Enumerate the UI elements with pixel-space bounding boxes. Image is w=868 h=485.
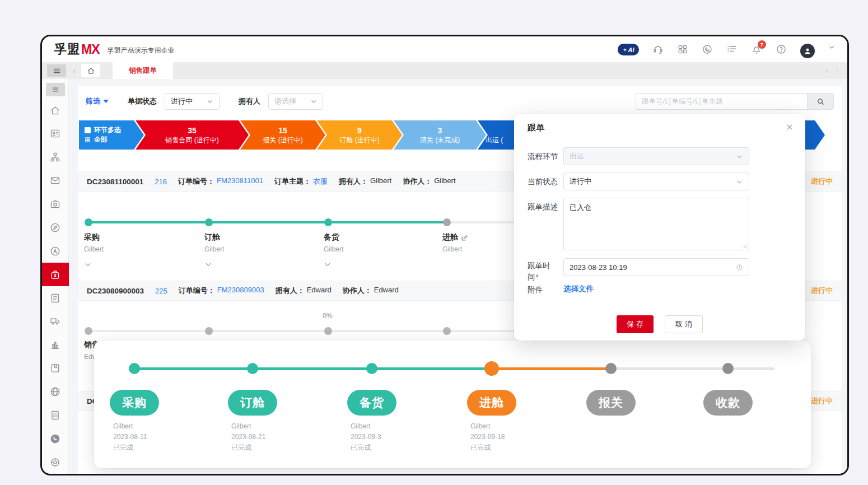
order-no-link[interactable]: FM230811001 xyxy=(217,176,263,186)
popup-step-meta: Gilbert 2023-08-21 已完成 xyxy=(231,421,265,453)
back-chevron-icon[interactable]: ‹ xyxy=(73,66,76,76)
popup-step-meta: Gilbert 2023-09-18 已完成 xyxy=(470,421,505,453)
timeline-dot-done[interactable] xyxy=(205,218,213,226)
order-no-label: 订单编号： xyxy=(179,286,215,296)
process-step-select[interactable]: 出运 xyxy=(563,147,749,165)
menu-toggle-button[interactable] xyxy=(47,64,66,77)
tab-sales-tracking[interactable]: 销售跟单 xyxy=(113,62,173,79)
sidebar-item-invoice[interactable] xyxy=(42,286,69,310)
notification-bell-icon[interactable]: 7 xyxy=(751,44,762,55)
popup-step-pill[interactable]: 采购 xyxy=(110,390,159,416)
order-collab-label: 协作人： xyxy=(403,176,432,186)
filter-caret-icon xyxy=(103,100,109,103)
order-subject-label: 订单主题： xyxy=(274,176,311,186)
tracking-time-input[interactable]: 2023-08-23 10:19 xyxy=(563,258,749,276)
order-badge[interactable]: 216 xyxy=(155,178,167,186)
search-input[interactable] xyxy=(636,93,807,110)
order-collab: Edward xyxy=(374,286,399,296)
choose-file-link[interactable]: 选择文件 xyxy=(563,284,594,294)
sidebar-item-logistics[interactable] xyxy=(42,310,69,333)
sidebar-item-global-trade[interactable] xyxy=(42,380,69,404)
pipeline-stage-contract[interactable]: 35 销售合同 (进行中) xyxy=(136,120,249,150)
order-subject-link[interactable]: 衣服 xyxy=(313,176,328,186)
pipeline-stage-clearance[interactable]: 3 清关 (未完成) xyxy=(394,120,486,150)
tabs-more-icon[interactable]: ⋮ xyxy=(833,67,841,75)
status-filter-label: 单据状态 xyxy=(128,96,157,106)
step-person: Gilbert xyxy=(84,245,168,253)
status-filter-select[interactable]: 进行中 xyxy=(165,93,220,110)
sidebar-item-org-tree[interactable] xyxy=(42,146,69,169)
wechat-icon[interactable] xyxy=(702,44,713,55)
popup-dot-done xyxy=(129,363,140,374)
stage-count: 9 xyxy=(357,126,362,136)
sidebar-menu-icon[interactable] xyxy=(42,80,69,99)
help-icon[interactable] xyxy=(776,44,787,55)
sidebar-item-settings[interactable] xyxy=(42,450,69,474)
sidebar-item-sales-active[interactable] xyxy=(42,263,69,286)
sidebar-item-home[interactable] xyxy=(42,99,69,122)
sidebar-item-marketing[interactable] xyxy=(42,239,69,263)
current-status-value: 进行中 xyxy=(570,176,591,186)
step-expand-chevron-icon[interactable] xyxy=(84,260,168,271)
timeline-dot-pending[interactable] xyxy=(205,327,213,335)
timeline-dot-pending[interactable] xyxy=(85,327,92,335)
order-no-link[interactable]: FM230809003 xyxy=(217,286,264,296)
user-menu-chevron-icon[interactable] xyxy=(828,44,835,55)
tabs-scroll-right-icon[interactable]: › xyxy=(825,67,828,75)
ai-assistant-button[interactable]: AI xyxy=(618,44,639,55)
sidebar-item-ledger[interactable] xyxy=(42,357,69,380)
owner-filter-select[interactable]: 请选择 xyxy=(268,93,323,110)
edit-icon[interactable] xyxy=(461,234,468,241)
cancel-button[interactable]: 取消 xyxy=(665,315,703,333)
sidebar-item-mail[interactable] xyxy=(42,169,69,193)
save-button[interactable]: 保存 xyxy=(617,315,654,333)
pipeline-stage-customs[interactable]: 15 报关 (进行中) xyxy=(240,120,325,150)
timeline-dot-pending[interactable] xyxy=(443,327,451,335)
sidebar-item-contacts[interactable] xyxy=(42,122,69,146)
step-person: Gilbert xyxy=(324,245,408,253)
filter-trigger[interactable]: 筛选 xyxy=(86,96,109,106)
notification-badge: 7 xyxy=(758,40,766,49)
step-name: 备货 xyxy=(324,232,408,243)
popup-step-person: Gilbert xyxy=(351,421,381,432)
step-expand-chevron-icon[interactable] xyxy=(204,260,288,271)
modal-close-icon[interactable] xyxy=(785,123,794,132)
popup-step-pill[interactable]: 订舱 xyxy=(228,390,277,416)
order-owner-label: 拥有人： xyxy=(339,176,368,186)
home-tab-button[interactable] xyxy=(81,64,100,77)
order-badge[interactable]: 225 xyxy=(155,287,167,295)
avatar[interactable] xyxy=(800,44,815,55)
sidebar-item-calculator[interactable] xyxy=(42,403,69,427)
sidebar-item-compass[interactable] xyxy=(42,216,69,239)
report-list-icon[interactable] xyxy=(726,44,738,55)
popup-step-pill[interactable]: 收款 xyxy=(703,390,753,416)
timeline-dot-done[interactable] xyxy=(85,218,92,226)
popup-step-state: 已完成 xyxy=(113,442,147,453)
popup-dot-pending xyxy=(722,363,734,374)
resize-handle-icon[interactable] xyxy=(742,243,748,249)
popup-step-pill[interactable]: 进舱 xyxy=(467,390,516,416)
apps-grid-icon[interactable] xyxy=(677,44,688,55)
timeline-dot-pending[interactable] xyxy=(324,327,332,335)
pipeline-all-stages[interactable]: 环节多选 全部 xyxy=(79,120,144,150)
multi-select-checkbox[interactable] xyxy=(85,127,91,133)
search-icon xyxy=(816,97,825,106)
step-person: Gilbert xyxy=(204,245,288,253)
description-textarea[interactable]: 已入仓 xyxy=(563,198,749,250)
popup-step-date: 2023-08-21 xyxy=(231,432,265,442)
timeline-dot-pending[interactable] xyxy=(443,218,451,226)
popup-step-pill[interactable]: 备货 xyxy=(347,390,396,416)
process-step-label: 流程环节 xyxy=(528,152,558,162)
popup-dot-pending xyxy=(605,363,617,374)
step-expand-chevron-icon[interactable] xyxy=(324,260,408,271)
sidebar-item-camera[interactable] xyxy=(42,193,69,216)
current-status-select[interactable]: 进行中 xyxy=(563,172,749,190)
timeline-dot-done[interactable] xyxy=(324,218,332,226)
popup-step-pill[interactable]: 报关 xyxy=(586,390,636,416)
order-no-label: 订单编号： xyxy=(178,176,214,186)
search-button[interactable] xyxy=(807,93,834,110)
headset-icon[interactable] xyxy=(652,44,664,55)
sidebar-item-whatsapp[interactable] xyxy=(42,427,69,450)
sidebar-item-reports[interactable] xyxy=(42,333,69,357)
pipeline-stage-booking[interactable]: 9 订舱 (进行中) xyxy=(317,120,402,150)
